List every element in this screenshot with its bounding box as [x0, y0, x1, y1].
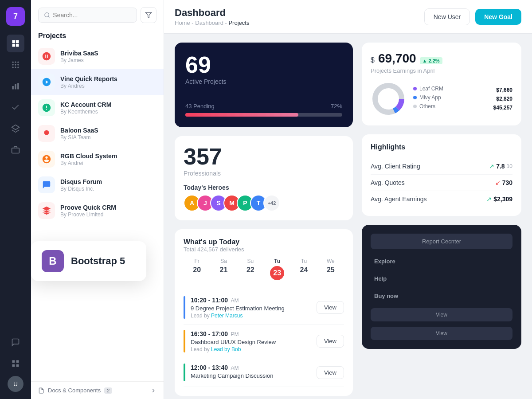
earnings-top: $ 69,700 ▲ 2.2% — [371, 51, 512, 66]
legend-value-mivy: $2,820 — [493, 96, 512, 102]
project-name-baloon: Baloon SaaS — [60, 127, 156, 134]
buy-now-label[interactable]: Buy now — [371, 289, 512, 303]
cal-day-21[interactable]: Sa 21 — [210, 254, 237, 284]
donut-section: Leaf CRM Mivy App — [371, 81, 512, 117]
cal-day-23[interactable]: Tu 23 — [264, 254, 290, 284]
event-content-2: 12:00 - 13:40 AM Marketing Campaign Disc… — [191, 364, 273, 381]
arrow-up-earnings: ↗ — [486, 196, 492, 203]
schedule-card: What's up Today Total 424,567 deliveries… — [175, 229, 353, 396]
new-goal-button[interactable]: New Goal — [475, 9, 521, 25]
project-name-disqus: Disqus Forum — [60, 178, 156, 185]
active-projects-count: 69 — [185, 53, 342, 76]
view-button-2[interactable]: View — [371, 327, 512, 340]
explore-label[interactable]: Explore — [371, 254, 512, 268]
breadcrumb-home[interactable]: Home — [175, 20, 190, 26]
nav-badge[interactable]: 7 — [6, 7, 25, 26]
legend-leaf: Leaf CRM — [413, 86, 483, 92]
progress-pct: 72% — [331, 103, 342, 110]
help-label[interactable]: Help — [371, 272, 512, 286]
project-item-disqus[interactable]: Disqus Forum By Disqus Inc. — [31, 172, 164, 198]
active-projects-label: Active Projects — [185, 78, 342, 85]
view-button-1[interactable]: View — [371, 308, 512, 321]
progress-section: 43 Pending 72% — [185, 103, 342, 117]
nav-icon-layers[interactable] — [7, 120, 24, 137]
filter-button[interactable] — [141, 7, 156, 23]
bootstrap-icon: B — [42, 250, 64, 272]
cal-day-25[interactable]: We 25 — [317, 254, 344, 284]
svg-rect-15 — [17, 83, 19, 89]
sidebar: Projects Briviba SaaS By James Vine Quic… — [31, 0, 164, 399]
sidebar-bottom-label: Docs & Components — [48, 387, 101, 394]
nav-icon-check[interactable] — [7, 98, 24, 116]
project-info-vine: Vine Quick Reports By Andres — [60, 75, 156, 89]
project-item-vine[interactable]: Vine Quick Reports By Andres — [31, 69, 164, 95]
progress-bar-bg — [185, 113, 342, 117]
highlight-val-quotes: ↙ 730 — [495, 179, 512, 186]
right-dark-panel: Report Cecnter Explore Help Buy now View… — [362, 225, 521, 349]
cal-day-20[interactable]: Fr 20 — [184, 254, 210, 284]
highlights-card: Highlights Avg. Client Rating ↗ 7.8 10 A… — [362, 134, 521, 216]
new-user-button[interactable]: New User — [424, 8, 470, 25]
page-title: Dashboard — [175, 7, 249, 19]
header-left: Dashboard Home - Dashboard - Projects — [175, 7, 249, 26]
svg-line-23 — [48, 16, 50, 18]
event-bar-0 — [184, 296, 185, 319]
project-sub-vine: By Andres — [60, 83, 156, 89]
nav-icon-grid[interactable] — [7, 35, 24, 52]
highlight-val-rating: ↗ 7.8 10 — [489, 163, 512, 170]
active-projects-card: 69 Active Projects 43 Pending 72% — [175, 43, 353, 127]
svg-rect-0 — [12, 40, 16, 43]
svg-rect-1 — [16, 40, 19, 43]
project-info-briviba: Briviba SaaS By James — [60, 50, 156, 63]
project-item-baloon[interactable]: Baloon SaaS By SIA Team — [31, 121, 164, 146]
cal-days: Fr 20 Sa 21 Su 22 Tu 23 — [184, 254, 344, 284]
sidebar-projects-title: Projects — [31, 27, 164, 43]
nav-icon-briefcase[interactable] — [7, 141, 24, 159]
report-center-button[interactable]: Report Cecnter — [371, 234, 512, 249]
arrow-down-quotes: ↙ — [495, 179, 501, 186]
chevron-right-icon — [150, 387, 156, 394]
event-view-btn-2[interactable]: View — [317, 366, 344, 379]
nav-icon-chart[interactable] — [7, 77, 24, 95]
donut-legend: Leaf CRM Mivy App — [413, 86, 483, 112]
svg-rect-3 — [16, 44, 19, 47]
breadcrumb-dashboard[interactable]: Dashboard — [195, 20, 223, 26]
search-box[interactable] — [38, 8, 137, 23]
event-view-btn-0[interactable]: View — [317, 301, 344, 314]
donut-chart — [371, 81, 406, 117]
project-icon-rgb — [38, 151, 55, 168]
event-item-2: 12:00 - 13:40 AM Marketing Campaign Disc… — [184, 358, 344, 387]
project-name-rgb: RGB Cloud System — [60, 153, 156, 160]
cal-day-22[interactable]: Su 22 — [237, 254, 264, 284]
search-input[interactable] — [53, 12, 131, 19]
side-labels: Explore Help Buy now — [371, 254, 512, 303]
nav-icon-message[interactable] — [7, 333, 24, 351]
project-info-rgb: RGB Cloud System By Andrei — [60, 153, 156, 166]
nav-icon-grid2[interactable] — [7, 355, 24, 372]
project-item-kc[interactable]: KC Account CRM By Keenthemes — [31, 95, 164, 121]
project-icon-baloon — [38, 125, 55, 142]
content-area: 69 Active Projects 43 Pending 72% 3 — [164, 34, 532, 399]
project-icon-vine — [38, 74, 55, 90]
event-lead-link-0[interactable]: Peter Marcus — [211, 313, 243, 319]
project-item-briviba[interactable]: Briviba SaaS By James — [31, 43, 164, 69]
sidebar-bottom-bar[interactable]: Docs & Components 2 — [31, 381, 164, 399]
event-view-btn-1[interactable]: View — [317, 335, 344, 348]
project-item-proove[interactable]: Proove Quick CRM By Proove Limited — [31, 198, 164, 223]
professionals-label: Professionals — [184, 170, 344, 177]
project-name-vine: Vine Quick Reports — [60, 75, 156, 82]
nav-icon-dots[interactable] — [7, 56, 24, 74]
svg-point-4 — [12, 62, 14, 63]
bootstrap-popup[interactable]: B Bootstrap 5 — [31, 241, 146, 281]
user-avatar[interactable]: U — [8, 376, 23, 392]
svg-rect-2 — [12, 44, 16, 47]
legend-value-leaf: $7,660 — [493, 87, 512, 93]
svg-rect-17 — [12, 148, 20, 153]
project-item-rgb[interactable]: RGB Cloud System By Andrei — [31, 146, 164, 172]
cal-day-24[interactable]: Tu 24 — [290, 254, 317, 284]
project-icon-disqus — [38, 176, 55, 193]
legend-mivy: Mivy App — [413, 94, 483, 101]
professionals-card: 357 Professionals Today's Heroes A J S M… — [175, 136, 353, 220]
heroes-section: Today's Heroes A J S M P T +42 — [184, 184, 344, 211]
event-lead-link-1[interactable]: Lead by Bob — [211, 346, 241, 352]
